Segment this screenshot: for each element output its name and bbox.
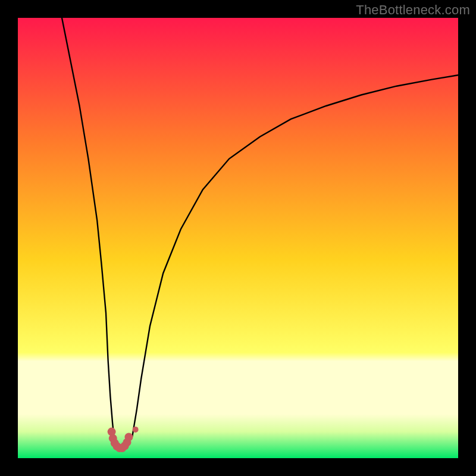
watermark-text: TheBottleneck.com [356, 2, 470, 18]
gradient-background [18, 18, 458, 458]
bottleneck-chart [18, 18, 458, 458]
valley-dot [133, 427, 139, 433]
valley-dot [125, 433, 133, 441]
chart-frame: TheBottleneck.com [0, 0, 476, 476]
